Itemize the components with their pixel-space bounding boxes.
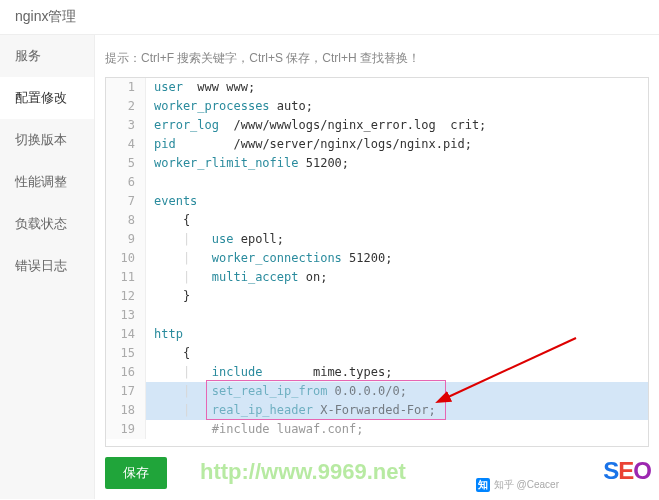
zhihu-attribution: 知 知乎 @Ceacer — [476, 478, 559, 492]
sidebar-item-service[interactable]: 服务 — [0, 35, 94, 77]
main-area: 提示：Ctrl+F 搜索关键字，Ctrl+S 保存，Ctrl+H 查找替换！ 1… — [95, 35, 659, 499]
code-editor[interactable]: 1user www www; 2worker_processes auto; 3… — [105, 77, 649, 447]
highlighted-line-18: 18 | real_ip_header X-Forwarded-For; — [106, 401, 648, 420]
sidebar-item-performance[interactable]: 性能调整 — [0, 161, 94, 203]
seo-logo: SEO — [603, 457, 651, 485]
zhihu-icon: 知 — [476, 478, 490, 492]
hint-text: 提示：Ctrl+F 搜索关键字，Ctrl+S 保存，Ctrl+H 查找替换！ — [105, 45, 649, 77]
title-text: nginx管理 — [15, 8, 76, 24]
container: 服务 配置修改 切换版本 性能调整 负载状态 错误日志 提示：Ctrl+F 搜索… — [0, 35, 659, 499]
save-button[interactable]: 保存 — [105, 457, 167, 489]
page-title: nginx管理 — [0, 0, 659, 35]
sidebar-item-load[interactable]: 负载状态 — [0, 203, 94, 245]
sidebar-item-config[interactable]: 配置修改 — [0, 77, 94, 119]
code-lines: 1user www www; 2worker_processes auto; 3… — [106, 78, 648, 439]
sidebar: 服务 配置修改 切换版本 性能调整 负载状态 错误日志 — [0, 35, 95, 499]
highlighted-line-17: 17 | set_real_ip_from 0.0.0.0/0; — [106, 382, 648, 401]
sidebar-item-version[interactable]: 切换版本 — [0, 119, 94, 161]
sidebar-item-errorlog[interactable]: 错误日志 — [0, 245, 94, 287]
